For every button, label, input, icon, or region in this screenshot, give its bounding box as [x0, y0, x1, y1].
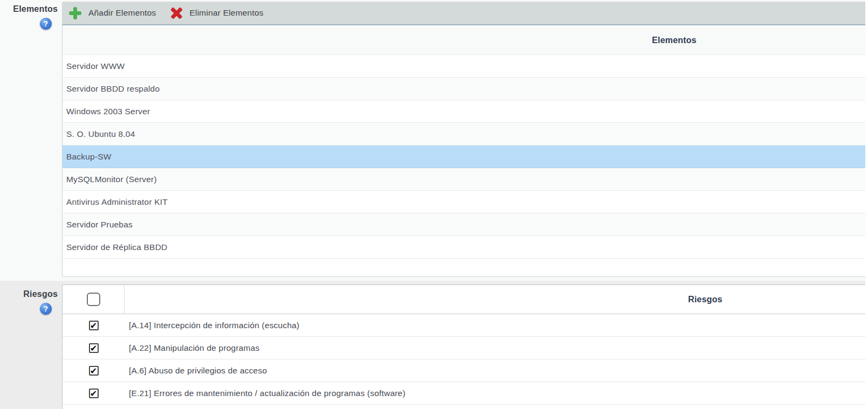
riesgos-content: Riesgos ✔[A.14] Intercepción de informac…: [62, 281, 868, 409]
elementos-row[interactable]: S. O. Ubuntu 8.04: [63, 123, 868, 145]
elementos-toolbar: Añadir Elementos Eliminar Elementos: [62, 2, 868, 25]
risk-checkbox[interactable]: ✔: [89, 366, 99, 376]
risk-checkbox[interactable]: ✔: [89, 321, 99, 330]
elementos-row[interactable]: Servidor WWW: [63, 55, 868, 78]
risk-checkbox[interactable]: ✔: [89, 389, 99, 398]
riesgos-table-body: ✔[A.14] Intercepción de información (esc…: [63, 314, 868, 405]
remove-elementos-label: Eliminar Elementos: [190, 8, 264, 18]
elementos-table-body: Servidor WWWServidor BBDD respaldoWindow…: [63, 55, 868, 259]
riesgos-table-header-row: Riesgos: [63, 285, 868, 314]
elementos-row[interactable]: Servidor de Réplica BBDD: [63, 236, 868, 259]
elementos-table-header: Elementos: [63, 25, 868, 55]
elementos-content: Añadir Elementos Eliminar Elementos Elem…: [62, 0, 868, 281]
remove-elementos-button[interactable]: Eliminar Elementos: [170, 7, 264, 19]
riesgos-section-label: Riesgos: [23, 289, 58, 299]
elementos-row[interactable]: Antivirus Administrator KIT: [63, 191, 868, 213]
elementos-table: Elementos Servidor WWWServidor BBDD resp…: [62, 25, 868, 277]
riesgos-row[interactable]: ✔[E.21] Errores de mantenimiento / actua…: [63, 382, 868, 405]
riesgos-row[interactable]: ✔[A.6] Abuso de privilegios de acceso: [63, 359, 868, 382]
select-all-checkbox[interactable]: [87, 293, 100, 306]
risk-checkbox-cell: ✔: [63, 343, 125, 353]
x-icon: [170, 7, 183, 19]
elementos-row[interactable]: Backup-SW: [63, 145, 868, 168]
elementos-row[interactable]: Servidor BBDD respaldo: [63, 78, 868, 100]
risk-label: [E.21] Errores de mantenimiento / actual…: [125, 389, 405, 398]
risk-label: [A.22] Manipulación de programas: [125, 343, 259, 353]
risk-label: [A.14] Intercepción de información (escu…: [125, 321, 299, 330]
question-mark-glyph: ?: [44, 304, 49, 313]
elementos-section: Elementos ? Añadir Elementos Eliminar El…: [0, 0, 868, 281]
elementos-help-icon[interactable]: ?: [40, 18, 52, 30]
riesgos-help-icon[interactable]: ?: [40, 303, 52, 315]
elementos-empty-row: [63, 259, 868, 277]
elementos-row[interactable]: Windows 2003 Server: [63, 100, 868, 123]
question-mark-glyph: ?: [44, 19, 49, 28]
risk-checkbox-cell: ✔: [63, 321, 125, 330]
risk-checkbox[interactable]: ✔: [89, 343, 99, 353]
risk-checkbox-cell: ✔: [63, 389, 125, 398]
plus-icon: [69, 7, 81, 19]
riesgos-row[interactable]: ✔[A.22] Manipulación de programas: [63, 337, 868, 359]
elementos-row[interactable]: Servidor Pruebas: [63, 213, 868, 236]
elementos-row[interactable]: MySQLMonitor (Server): [63, 168, 868, 191]
risk-checkbox-cell: ✔: [63, 366, 125, 376]
riesgos-table-header: Riesgos: [125, 285, 868, 314]
elementos-section-label: Elementos: [13, 4, 58, 14]
select-all-cell: [63, 285, 125, 314]
riesgos-section: Riesgos ? Riesgos ✔[A.14] Intercepción d…: [0, 281, 868, 409]
riesgos-label-col: Riesgos ?: [0, 281, 62, 409]
risk-label: [A.6] Abuso de privilegios de acceso: [125, 366, 267, 376]
riesgos-row[interactable]: ✔[A.14] Intercepción de información (esc…: [63, 314, 868, 337]
right-gutter: [865, 0, 868, 409]
add-elementos-label: Añadir Elementos: [88, 8, 156, 18]
add-elementos-button[interactable]: Añadir Elementos: [69, 7, 156, 19]
riesgos-table: Riesgos ✔[A.14] Intercepción de informac…: [62, 285, 868, 409]
elementos-label-col: Elementos ?: [0, 0, 62, 281]
